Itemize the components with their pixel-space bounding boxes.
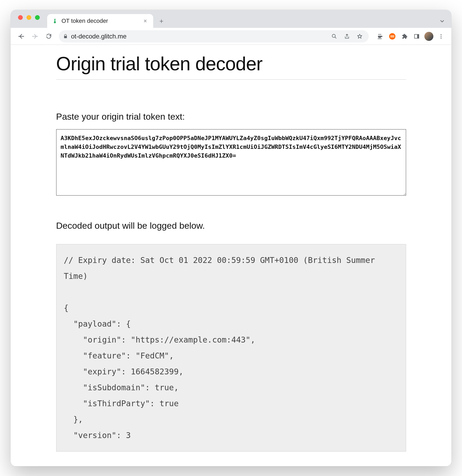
lock-icon xyxy=(63,34,68,39)
reload-button[interactable] xyxy=(43,31,55,42)
tab-favicon-test-tube-icon xyxy=(52,18,58,24)
page-title: Origin trial token decoder xyxy=(56,53,406,80)
window-fullscreen-button[interactable] xyxy=(35,15,40,20)
extension-icons xyxy=(375,31,447,42)
svg-rect-3 xyxy=(417,34,419,38)
profile-avatar[interactable] xyxy=(423,31,434,42)
browser-window: OT token decoder ot-decode.glitch.me xyxy=(11,10,451,466)
tab-strip: OT token decoder xyxy=(11,10,451,28)
token-textarea[interactable] xyxy=(56,129,406,196)
new-tab-button[interactable] xyxy=(156,16,167,27)
output-comment: // Expiry date: Sat Oct 01 2022 00:59:59… xyxy=(64,256,380,281)
search-icon[interactable] xyxy=(329,33,339,39)
output-label: Decoded output will be logged below. xyxy=(56,220,406,231)
extensions-puzzle-icon[interactable] xyxy=(399,31,410,42)
page-content: Origin trial token decoder Paste your or… xyxy=(48,45,414,466)
window-minimize-button[interactable] xyxy=(27,15,31,20)
orange-extension-icon[interactable] xyxy=(387,31,398,42)
menu-dots-icon[interactable] xyxy=(435,31,447,42)
svg-point-1 xyxy=(389,33,395,40)
decoded-output: // Expiry date: Sat Oct 01 2022 00:59:59… xyxy=(56,244,406,452)
tab-close-button[interactable] xyxy=(142,18,148,24)
svg-point-5 xyxy=(441,36,442,37)
address-bar[interactable]: ot-decode.glitch.me xyxy=(59,30,369,42)
output-json: { "payload": { "origin": "https://exampl… xyxy=(64,303,255,440)
svg-point-4 xyxy=(441,34,442,35)
forward-button[interactable] xyxy=(29,31,41,42)
url-text: ot-decode.glitch.me xyxy=(71,33,326,40)
side-panel-icon[interactable] xyxy=(411,31,422,42)
share-icon[interactable] xyxy=(342,33,352,39)
tabs-dropdown-button[interactable] xyxy=(437,16,448,27)
token-input-label: Paste your origin trial token text: xyxy=(56,111,406,122)
coffee-extension-icon[interactable] xyxy=(375,31,386,42)
window-controls xyxy=(18,15,40,20)
browser-tab[interactable]: OT token decoder xyxy=(47,14,153,28)
page-viewport[interactable]: Origin trial token decoder Paste your or… xyxy=(11,45,451,466)
back-button[interactable] xyxy=(15,31,27,42)
tab-title: OT token decoder xyxy=(61,18,138,24)
bookmark-star-icon[interactable] xyxy=(355,33,364,39)
svg-point-6 xyxy=(441,37,442,38)
browser-toolbar: ot-decode.glitch.me xyxy=(11,28,451,45)
window-close-button[interactable] xyxy=(18,15,23,20)
